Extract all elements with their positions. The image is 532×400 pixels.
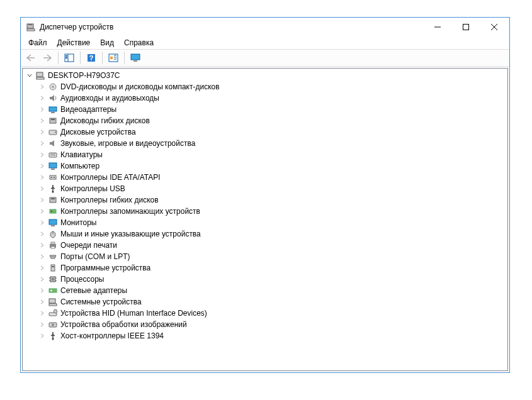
menu-view[interactable]: Вид (95, 37, 119, 48)
chevron-right-icon[interactable] (38, 184, 47, 193)
chevron-right-icon[interactable] (38, 139, 47, 148)
svg-rect-36 (51, 177, 52, 178)
tree-item-label: Сетевые адаптеры (60, 286, 127, 295)
tree-item-ide-controllers[interactable]: Контроллеры IDE ATA/ATAPI (23, 172, 507, 183)
tree-item-monitors[interactable]: Мониторы (23, 217, 507, 228)
minimize-button[interactable] (423, 18, 451, 36)
usb-icon (48, 184, 58, 194)
svg-rect-20 (37, 72, 43, 77)
mouse-icon (48, 229, 58, 239)
svg-rect-19 (133, 60, 137, 62)
chevron-right-icon[interactable] (38, 128, 47, 136)
chevron-right-icon[interactable] (38, 297, 47, 306)
tree-item-label: Дисководы гибких дисков (60, 116, 150, 125)
network-adapter-icon (48, 286, 58, 296)
show-hide-tree-button[interactable] (62, 51, 77, 65)
svg-rect-44 (51, 225, 55, 226)
software-device-icon (48, 263, 58, 273)
svg-rect-18 (131, 54, 140, 60)
chevron-right-icon[interactable] (38, 105, 47, 114)
chevron-down-icon[interactable] (25, 71, 34, 80)
svg-rect-25 (51, 112, 55, 113)
close-button[interactable] (480, 18, 508, 36)
svg-point-68 (52, 324, 54, 326)
tree-item-processors[interactable]: Процессоры (23, 274, 507, 285)
svg-rect-64 (49, 304, 57, 306)
chevron-right-icon[interactable] (38, 207, 47, 216)
imaging-device-icon (48, 319, 58, 330)
scan-hardware-button[interactable] (106, 51, 121, 65)
menu-help[interactable]: Справка (119, 37, 159, 48)
tree-item-label: Видеоадаптеры (60, 105, 116, 114)
titlebar[interactable]: Диспетчер устройств (21, 18, 509, 36)
tree-root[interactable]: DESKTOP-H79O37C (23, 70, 507, 81)
tree-item-dvd-drives[interactable]: DVD-дисководы и дисководы компакт-дисков (23, 81, 507, 92)
tree-item-disk-drives[interactable]: Дисковые устройства (23, 126, 507, 138)
toolbar-separator (124, 52, 125, 64)
svg-point-69 (52, 338, 54, 340)
chevron-right-icon[interactable] (38, 196, 47, 204)
tree-item-label: Контроллеры IDE ATA/ATAPI (60, 173, 161, 182)
tree-item-ieee1394[interactable]: Хост-контроллеры IEEE 1394 (23, 330, 507, 342)
tree-item-software-devices[interactable]: Программные устройства (23, 262, 507, 274)
chevron-right-icon[interactable] (38, 116, 47, 125)
tree-item-system-devices[interactable]: Системные устройства (23, 296, 507, 308)
monitor-button[interactable] (128, 51, 143, 65)
svg-point-23 (52, 86, 54, 88)
speaker-icon (48, 138, 58, 148)
chevron-right-icon[interactable] (38, 286, 47, 295)
tree-item-audio-io[interactable]: Аудиовходы и аудиовыходы (23, 92, 507, 104)
storage-controller-icon (48, 206, 58, 216)
svg-rect-63 (49, 299, 55, 303)
back-button (23, 51, 38, 65)
chevron-right-icon[interactable] (38, 320, 47, 329)
tree-item-usb-controllers[interactable]: Контроллеры USB (23, 183, 507, 194)
help-button[interactable]: ? (84, 51, 99, 65)
chevron-right-icon[interactable] (38, 173, 47, 182)
tree-item-sound-video-game[interactable]: Звуковые, игровые и видеоустройства (23, 138, 507, 149)
chevron-right-icon[interactable] (38, 309, 47, 318)
toolbar-separator (80, 52, 81, 64)
ide-controller-icon (48, 172, 58, 182)
tree-item-label: Контроллеры гибких дисков (60, 196, 159, 204)
svg-point-66 (54, 309, 57, 313)
floppy-controller-icon (48, 195, 58, 205)
tree-item-label: Очереди печати (60, 241, 117, 250)
chevron-right-icon[interactable] (38, 218, 47, 227)
chevron-right-icon[interactable] (38, 150, 47, 159)
forward-button (40, 51, 55, 65)
device-tree[interactable]: DESKTOP-H79O37C DVD-дисководы и дисковод… (23, 69, 507, 343)
chevron-right-icon[interactable] (38, 252, 47, 261)
printer-icon (48, 240, 58, 250)
tree-item-floppy-controllers[interactable]: Контроллеры гибких дисков (23, 194, 507, 206)
svg-rect-61 (49, 289, 57, 292)
tree-item-hid[interactable]: Устройства HID (Human Interface Devices) (23, 308, 507, 319)
menu-file[interactable]: Файл (23, 37, 52, 48)
tree-item-print-queues[interactable]: Очереди печати (23, 240, 507, 251)
tree-item-keyboards[interactable]: Клавиатуры (23, 149, 507, 160)
chevron-right-icon[interactable] (38, 94, 47, 103)
svg-rect-27 (51, 119, 55, 120)
chevron-right-icon[interactable] (38, 331, 47, 340)
svg-point-38 (52, 191, 54, 193)
maximize-button[interactable] (451, 18, 480, 36)
tree-item-ports[interactable]: Порты (COM и LPT) (23, 251, 507, 262)
tree-item-network-adapters[interactable]: Сетевые адаптеры (23, 285, 507, 296)
tree-item-display-adapters[interactable]: Видеоадаптеры (23, 104, 507, 115)
tree-item-storage-controllers[interactable]: Контроллеры запоминающих устройств (23, 206, 507, 217)
tree-item-computer[interactable]: Компьютер (23, 160, 507, 172)
chevron-right-icon[interactable] (38, 264, 47, 272)
chevron-right-icon[interactable] (38, 275, 47, 284)
display-adapter-icon (48, 104, 58, 114)
tree-item-floppy-drives[interactable]: Дисководы гибких дисков (23, 115, 507, 126)
svg-rect-33 (49, 163, 57, 168)
tree-item-mice[interactable]: Мыши и иные указывающие устройства (23, 228, 507, 240)
menu-action[interactable]: Действие (52, 37, 96, 48)
hid-icon (48, 308, 58, 318)
chevron-right-icon[interactable] (38, 162, 47, 170)
tree-item-imaging-devices[interactable]: Устройства обработки изображений (23, 319, 507, 330)
chevron-right-icon[interactable] (38, 230, 47, 238)
svg-rect-4 (463, 25, 468, 30)
chevron-right-icon[interactable] (38, 241, 47, 250)
chevron-right-icon[interactable] (38, 82, 47, 91)
